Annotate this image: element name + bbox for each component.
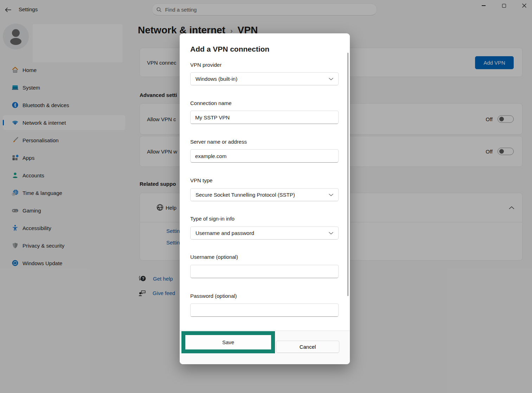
password-label: Password (optional) (190, 293, 237, 299)
settings-window: Settings (0, 0, 532, 393)
vpn-provider-select[interactable]: Windows (built-in) (190, 72, 339, 85)
chevron-down-icon (329, 78, 333, 80)
username-input[interactable] (190, 265, 339, 278)
vpn-type-select[interactable]: Secure Socket Tunnelling Protocol (SSTP) (190, 188, 339, 201)
cancel-button[interactable]: Cancel (276, 341, 339, 353)
signin-type-select[interactable]: Username and password (190, 227, 339, 240)
vpn-provider-value: Windows (built-in) (196, 76, 237, 82)
signin-type-value: Username and password (196, 230, 254, 236)
chevron-down-icon (329, 194, 333, 196)
username-label: Username (optional) (190, 254, 238, 260)
chevron-down-icon (329, 232, 333, 235)
save-button-highlight: Save (181, 331, 275, 353)
dialog-scrollbar[interactable] (347, 53, 348, 296)
vpn-type-label: VPN type (190, 177, 212, 183)
server-name-label: Server name or address (190, 139, 247, 145)
password-input[interactable] (190, 303, 339, 317)
vpn-type-value: Secure Socket Tunnelling Protocol (SSTP) (196, 192, 295, 198)
server-name-input[interactable] (190, 149, 339, 163)
add-vpn-dialog: Add a VPN connection VPN provider Window… (180, 33, 350, 364)
signin-type-label: Type of sign-in info (190, 216, 235, 222)
connection-name-label: Connection name (190, 100, 232, 106)
connection-name-input[interactable] (190, 111, 339, 124)
save-button[interactable]: Save (185, 335, 271, 349)
vpn-provider-label: VPN provider (190, 62, 222, 68)
dialog-title: Add a VPN connection (190, 45, 269, 53)
